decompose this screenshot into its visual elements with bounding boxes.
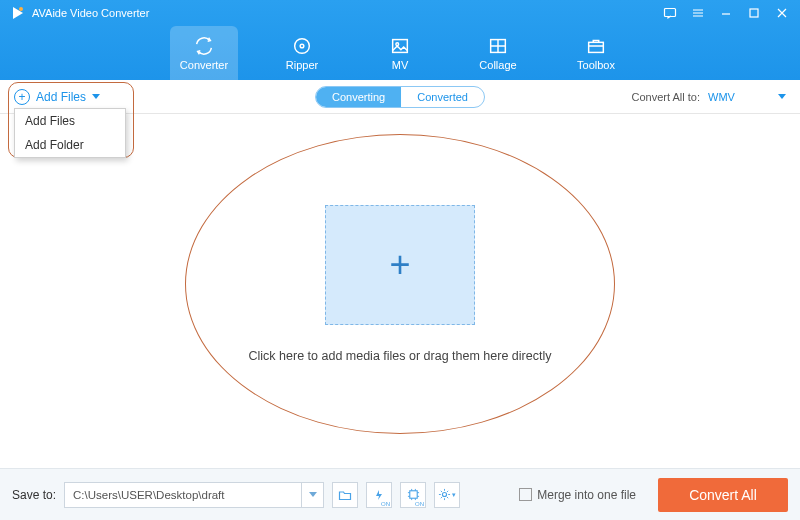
gpu-button[interactable]: ON [400,482,426,508]
chip-icon [407,488,420,501]
nav-mv[interactable]: MV [366,26,434,80]
collage-icon [487,35,509,57]
feedback-icon[interactable] [656,0,684,26]
nav-ripper[interactable]: Ripper [268,26,336,80]
settings-button[interactable]: ▾ [434,482,460,508]
toolbox-icon [585,35,607,57]
tab-converted[interactable]: Converted [401,87,484,107]
save-path-dropdown[interactable] [301,483,323,507]
nav-label: Toolbox [577,59,615,71]
image-icon [389,35,411,57]
gear-icon [438,488,451,501]
drop-zone[interactable]: + [325,205,475,325]
minimize-button[interactable] [712,0,740,26]
svg-point-11 [442,492,446,496]
hw-accel-button[interactable]: ON [366,482,392,508]
save-path-input[interactable] [65,489,301,501]
add-files-label: Add Files [36,90,86,104]
svg-rect-3 [750,9,758,17]
gpu-status: ON [415,501,424,507]
nav-label: Ripper [286,59,318,71]
svg-point-4 [295,39,310,54]
plus-circle-icon: + [14,89,30,105]
nav-label: Converter [180,59,228,71]
svg-point-5 [300,44,304,48]
chevron-down-icon [92,94,100,99]
nav-collage[interactable]: Collage [464,26,532,80]
hw-status: ON [381,501,390,507]
folder-icon [338,488,352,502]
bolt-icon [373,489,385,501]
merge-checkbox[interactable]: Merge into one file [519,488,636,502]
convert-icon [193,35,215,57]
plus-icon: + [389,244,410,286]
save-to-label: Save to: [12,488,56,502]
browse-folder-button[interactable] [332,482,358,508]
app-title: AVAide Video Converter [32,7,149,19]
svg-point-1 [19,7,23,11]
status-tabs: Converting Converted [315,86,485,108]
nav-label: MV [392,59,409,71]
menu-add-folder[interactable]: Add Folder [15,133,125,157]
save-path-field[interactable] [64,482,324,508]
nav-toolbox[interactable]: Toolbox [562,26,630,80]
close-button[interactable] [768,0,796,26]
svg-rect-9 [589,42,604,52]
chevron-down-icon [778,94,786,99]
disc-icon [291,35,313,57]
menu-icon[interactable] [684,0,712,26]
annotation-ellipse: + Click here to add media files or drag … [185,134,615,434]
svg-rect-6 [393,40,408,53]
tab-converting[interactable]: Converting [316,87,401,107]
nav-label: Collage [479,59,516,71]
add-files-button[interactable]: + Add Files [14,89,100,105]
svg-rect-2 [665,9,676,17]
add-files-menu: Add Files Add Folder [14,108,126,158]
menu-add-files[interactable]: Add Files [15,109,125,133]
merge-label: Merge into one file [537,488,636,502]
app-logo [10,5,26,21]
maximize-button[interactable] [740,0,768,26]
nav-converter[interactable]: Converter [170,26,238,80]
drop-hint: Click here to add media files or drag th… [249,349,552,363]
svg-rect-10 [409,491,416,498]
output-format-select[interactable]: WMV [708,91,786,103]
format-value: WMV [708,91,735,103]
convert-all-button[interactable]: Convert All [658,478,788,512]
checkbox-icon [519,488,532,501]
convert-all-label: Convert All to: [632,91,700,103]
